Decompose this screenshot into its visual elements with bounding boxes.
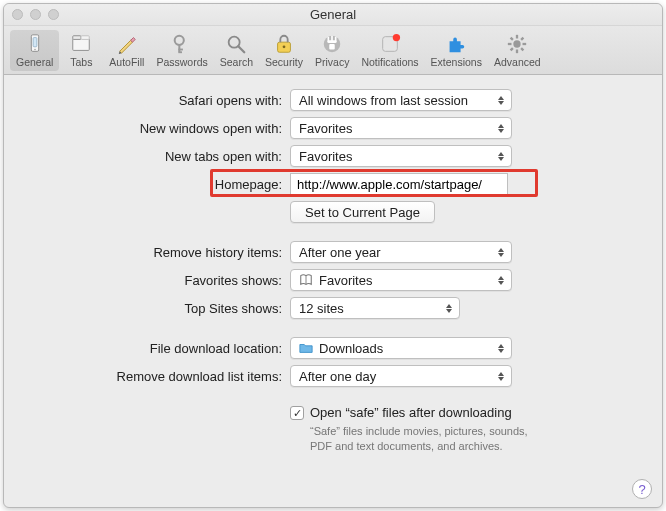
- extensions-icon: [442, 32, 470, 56]
- tab-security[interactable]: Security: [259, 30, 309, 71]
- svg-point-6: [175, 36, 184, 45]
- label-remove-downloads: Remove download list items:: [24, 369, 290, 384]
- svg-rect-5: [81, 36, 89, 40]
- svg-rect-16: [329, 44, 335, 50]
- chevron-updown-icon: [494, 92, 508, 108]
- tab-extensions[interactable]: Extensions: [425, 30, 488, 71]
- svg-line-26: [511, 48, 513, 50]
- tab-label: Advanced: [494, 56, 541, 68]
- tab-label: Privacy: [315, 56, 349, 68]
- traffic-lights: [12, 9, 59, 20]
- passwords-icon: [168, 32, 196, 56]
- svg-rect-9: [178, 51, 182, 53]
- label-remove-history: Remove history items:: [24, 245, 290, 260]
- open-safe-files-checkbox[interactable]: [290, 406, 304, 420]
- privacy-icon: [318, 32, 346, 56]
- label-new-tabs: New tabs open with:: [24, 149, 290, 164]
- close-window-button[interactable]: [12, 9, 23, 20]
- svg-rect-1: [33, 38, 37, 47]
- folder-icon: [299, 341, 313, 355]
- zoom-window-button[interactable]: [48, 9, 59, 20]
- svg-line-11: [239, 46, 245, 52]
- select-new-windows[interactable]: Favorites: [290, 117, 512, 139]
- svg-rect-4: [73, 36, 81, 40]
- open-safe-files-label: Open “safe” files after downloading: [310, 405, 512, 420]
- tab-label: Search: [220, 56, 253, 68]
- select-favorites-shows[interactable]: Favorites: [290, 269, 512, 291]
- tab-label: Passwords: [156, 56, 207, 68]
- chevron-updown-icon: [494, 120, 508, 136]
- preferences-window: General General Tabs AutoFill Password: [3, 3, 663, 508]
- svg-point-13: [283, 45, 286, 48]
- label-new-windows: New windows open with:: [24, 121, 290, 136]
- security-icon: [270, 32, 298, 56]
- select-top-sites[interactable]: 12 sites: [290, 297, 460, 319]
- svg-point-2: [34, 49, 35, 50]
- svg-rect-3: [73, 39, 90, 51]
- tab-notifications[interactable]: Notifications: [355, 30, 424, 71]
- tab-tabs[interactable]: Tabs: [59, 30, 103, 71]
- select-remove-history[interactable]: After one year: [290, 241, 512, 263]
- chevron-updown-icon: [494, 272, 508, 288]
- label-favorites-shows: Favorites shows:: [24, 273, 290, 288]
- tab-general[interactable]: General: [10, 30, 59, 71]
- minimize-window-button[interactable]: [30, 9, 41, 20]
- general-icon: [21, 32, 49, 56]
- chevron-updown-icon: [494, 368, 508, 384]
- search-icon: [222, 32, 250, 56]
- set-to-current-page-button[interactable]: Set to Current Page: [290, 201, 435, 223]
- tab-autofill[interactable]: AutoFill: [103, 30, 150, 71]
- chevron-updown-icon: [494, 340, 508, 356]
- tab-label: AutoFill: [109, 56, 144, 68]
- autofill-icon: [113, 32, 141, 56]
- book-icon: [299, 273, 313, 287]
- svg-line-24: [511, 38, 513, 40]
- tab-passwords[interactable]: Passwords: [150, 30, 213, 71]
- tab-privacy[interactable]: Privacy: [309, 30, 355, 71]
- help-button[interactable]: ?: [632, 479, 652, 499]
- svg-point-19: [514, 40, 521, 47]
- tab-label: General: [16, 56, 53, 68]
- open-safe-files-caption: “Safe” files include movies, pictures, s…: [310, 424, 550, 454]
- label-top-sites: Top Sites shows:: [24, 301, 290, 316]
- tabs-icon: [67, 32, 95, 56]
- homepage-field[interactable]: [290, 173, 508, 195]
- window-title: General: [4, 4, 662, 26]
- tab-label: Security: [265, 56, 303, 68]
- svg-rect-8: [178, 49, 183, 51]
- select-remove-downloads[interactable]: After one day: [290, 365, 512, 387]
- content-area: Safari opens with: All windows from last…: [4, 75, 662, 507]
- preferences-toolbar: General Tabs AutoFill Passwords Search: [4, 26, 662, 75]
- chevron-updown-icon: [442, 300, 456, 316]
- select-safari-opens-with[interactable]: All windows from last session: [290, 89, 512, 111]
- svg-line-27: [521, 38, 523, 40]
- svg-line-25: [521, 48, 523, 50]
- select-download-location[interactable]: Downloads: [290, 337, 512, 359]
- tab-advanced[interactable]: Advanced: [488, 30, 547, 71]
- svg-rect-7: [178, 44, 180, 52]
- tab-label: Extensions: [431, 56, 482, 68]
- tab-label: Tabs: [70, 56, 92, 68]
- tab-search[interactable]: Search: [214, 30, 259, 71]
- svg-point-18: [393, 34, 400, 41]
- tab-label: Notifications: [361, 56, 418, 68]
- label-homepage: Homepage:: [24, 177, 290, 192]
- chevron-updown-icon: [494, 244, 508, 260]
- notifications-icon: [376, 32, 404, 56]
- label-safari-opens-with: Safari opens with:: [24, 93, 290, 108]
- advanced-icon: [503, 32, 531, 56]
- label-download-location: File download location:: [24, 341, 290, 356]
- titlebar: General: [4, 4, 662, 26]
- select-new-tabs[interactable]: Favorites: [290, 145, 512, 167]
- chevron-updown-icon: [494, 148, 508, 164]
